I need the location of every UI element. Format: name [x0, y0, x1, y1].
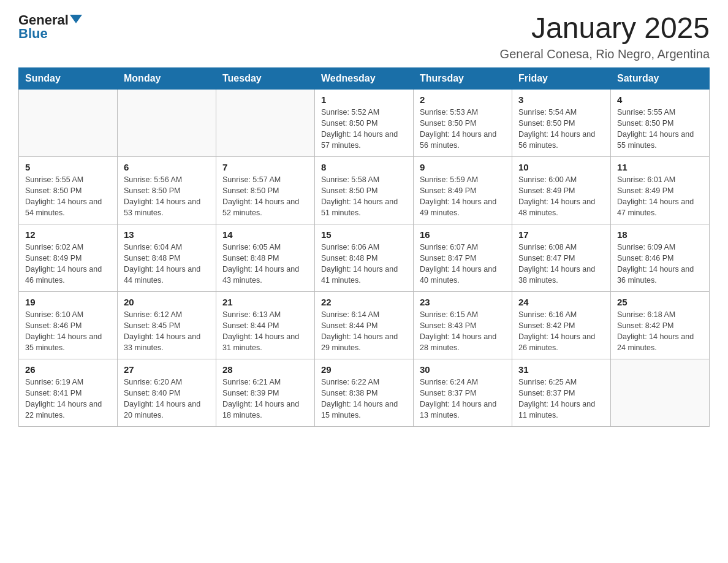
- day-number: 8: [321, 162, 407, 172]
- day-number: 10: [518, 162, 604, 172]
- day-number: 23: [420, 297, 506, 307]
- calendar-week-2: 5Sunrise: 5:55 AMSunset: 8:50 PMDaylight…: [19, 156, 710, 224]
- day-number: 28: [222, 364, 308, 375]
- calendar-cell: 4Sunrise: 5:55 AMSunset: 8:50 PMDaylight…: [611, 89, 710, 156]
- day-number: 3: [518, 94, 604, 105]
- day-number: 13: [124, 229, 210, 240]
- calendar-cell: 16Sunrise: 6:07 AMSunset: 8:47 PMDayligh…: [414, 224, 512, 291]
- day-info: Sunrise: 5:52 AMSunset: 8:50 PMDaylight:…: [321, 107, 407, 151]
- calendar-cell: 23Sunrise: 6:15 AMSunset: 8:43 PMDayligh…: [414, 291, 512, 359]
- day-number: 29: [321, 364, 407, 375]
- day-number: 6: [124, 162, 210, 172]
- calendar-week-5: 26Sunrise: 6:19 AMSunset: 8:41 PMDayligh…: [19, 359, 710, 426]
- day-number: 9: [420, 162, 506, 172]
- day-number: 22: [321, 297, 407, 307]
- day-number: 4: [617, 94, 703, 105]
- day-number: 25: [617, 297, 703, 307]
- calendar-header-tuesday: Tuesday: [216, 67, 315, 89]
- day-number: 30: [420, 364, 506, 375]
- calendar-table: SundayMondayTuesdayWednesdayThursdayFrid…: [18, 67, 710, 427]
- calendar-header-saturday: Saturday: [611, 67, 710, 89]
- day-info: Sunrise: 5:56 AMSunset: 8:50 PMDaylight:…: [124, 174, 210, 219]
- calendar-header-row: SundayMondayTuesdayWednesdayThursdayFrid…: [19, 67, 710, 89]
- day-number: 15: [321, 229, 407, 240]
- calendar-cell: 13Sunrise: 6:04 AMSunset: 8:48 PMDayligh…: [118, 224, 216, 291]
- day-number: 18: [617, 229, 703, 240]
- calendar-cell: 30Sunrise: 6:24 AMSunset: 8:37 PMDayligh…: [414, 359, 512, 426]
- day-number: 31: [518, 364, 604, 375]
- day-info: Sunrise: 5:59 AMSunset: 8:49 PMDaylight:…: [420, 174, 506, 219]
- calendar-header-sunday: Sunday: [19, 67, 118, 89]
- day-number: 11: [617, 162, 703, 172]
- day-info: Sunrise: 6:25 AMSunset: 8:37 PMDaylight:…: [518, 377, 604, 421]
- day-info: Sunrise: 5:55 AMSunset: 8:50 PMDaylight:…: [617, 107, 703, 151]
- calendar-header-thursday: Thursday: [414, 67, 512, 89]
- day-info: Sunrise: 6:24 AMSunset: 8:37 PMDaylight:…: [420, 377, 506, 421]
- day-info: Sunrise: 5:54 AMSunset: 8:50 PMDaylight:…: [518, 107, 604, 151]
- day-info: Sunrise: 6:19 AMSunset: 8:41 PMDaylight:…: [25, 377, 111, 421]
- calendar-cell: 24Sunrise: 6:16 AMSunset: 8:42 PMDayligh…: [512, 291, 611, 359]
- calendar-cell: 11Sunrise: 6:01 AMSunset: 8:49 PMDayligh…: [611, 156, 710, 224]
- calendar-cell: 17Sunrise: 6:08 AMSunset: 8:47 PMDayligh…: [512, 224, 611, 291]
- calendar-cell: 20Sunrise: 6:12 AMSunset: 8:45 PMDayligh…: [118, 291, 216, 359]
- day-info: Sunrise: 6:13 AMSunset: 8:44 PMDaylight:…: [222, 309, 308, 354]
- day-info: Sunrise: 6:16 AMSunset: 8:42 PMDaylight:…: [518, 309, 604, 354]
- calendar-cell: 31Sunrise: 6:25 AMSunset: 8:37 PMDayligh…: [512, 359, 611, 426]
- day-info: Sunrise: 5:57 AMSunset: 8:50 PMDaylight:…: [222, 174, 308, 219]
- day-info: Sunrise: 5:58 AMSunset: 8:50 PMDaylight:…: [321, 174, 407, 219]
- calendar-cell: 12Sunrise: 6:02 AMSunset: 8:49 PMDayligh…: [19, 224, 118, 291]
- page-title: January 2025: [500, 12, 710, 45]
- calendar-week-3: 12Sunrise: 6:02 AMSunset: 8:49 PMDayligh…: [19, 224, 710, 291]
- day-info: Sunrise: 6:18 AMSunset: 8:42 PMDaylight:…: [617, 309, 703, 354]
- calendar-cell: [611, 359, 710, 426]
- calendar-cell: 25Sunrise: 6:18 AMSunset: 8:42 PMDayligh…: [611, 291, 710, 359]
- calendar-cell: [216, 89, 315, 156]
- day-info: Sunrise: 6:15 AMSunset: 8:43 PMDaylight:…: [420, 309, 506, 354]
- day-info: Sunrise: 6:02 AMSunset: 8:49 PMDaylight:…: [25, 242, 111, 286]
- calendar-cell: 27Sunrise: 6:20 AMSunset: 8:40 PMDayligh…: [118, 359, 216, 426]
- day-info: Sunrise: 6:14 AMSunset: 8:44 PMDaylight:…: [321, 309, 407, 354]
- calendar-cell: 14Sunrise: 6:05 AMSunset: 8:48 PMDayligh…: [216, 224, 315, 291]
- logo-blue-text: Blue: [18, 26, 48, 42]
- day-number: 19: [25, 297, 111, 307]
- day-info: Sunrise: 6:04 AMSunset: 8:48 PMDaylight:…: [124, 242, 210, 286]
- day-number: 14: [222, 229, 308, 240]
- day-info: Sunrise: 6:08 AMSunset: 8:47 PMDaylight:…: [518, 242, 604, 286]
- calendar-week-4: 19Sunrise: 6:10 AMSunset: 8:46 PMDayligh…: [19, 291, 710, 359]
- day-number: 12: [25, 229, 111, 240]
- calendar-cell: 6Sunrise: 5:56 AMSunset: 8:50 PMDaylight…: [118, 156, 216, 224]
- day-info: Sunrise: 6:21 AMSunset: 8:39 PMDaylight:…: [222, 377, 308, 421]
- day-info: Sunrise: 6:00 AMSunset: 8:49 PMDaylight:…: [518, 174, 604, 219]
- logo-triangle-icon: [70, 15, 82, 23]
- day-info: Sunrise: 6:01 AMSunset: 8:49 PMDaylight:…: [617, 174, 703, 219]
- day-number: 1: [321, 94, 407, 105]
- calendar-cell: [19, 89, 118, 156]
- calendar-cell: 7Sunrise: 5:57 AMSunset: 8:50 PMDaylight…: [216, 156, 315, 224]
- day-info: Sunrise: 6:05 AMSunset: 8:48 PMDaylight:…: [222, 242, 308, 286]
- calendar-cell: 29Sunrise: 6:22 AMSunset: 8:38 PMDayligh…: [315, 359, 414, 426]
- calendar-cell: 15Sunrise: 6:06 AMSunset: 8:48 PMDayligh…: [315, 224, 414, 291]
- calendar-week-1: 1Sunrise: 5:52 AMSunset: 8:50 PMDaylight…: [19, 89, 710, 156]
- day-number: 17: [518, 229, 604, 240]
- day-info: Sunrise: 5:53 AMSunset: 8:50 PMDaylight:…: [420, 107, 506, 151]
- day-info: Sunrise: 6:10 AMSunset: 8:46 PMDaylight:…: [25, 309, 111, 354]
- calendar-header-monday: Monday: [118, 67, 216, 89]
- calendar-cell: 22Sunrise: 6:14 AMSunset: 8:44 PMDayligh…: [315, 291, 414, 359]
- day-info: Sunrise: 6:12 AMSunset: 8:45 PMDaylight:…: [124, 309, 210, 354]
- day-number: 7: [222, 162, 308, 172]
- calendar-header-friday: Friday: [512, 67, 611, 89]
- day-info: Sunrise: 5:55 AMSunset: 8:50 PMDaylight:…: [25, 174, 111, 219]
- day-number: 27: [124, 364, 210, 375]
- day-number: 21: [222, 297, 308, 307]
- calendar-cell: 3Sunrise: 5:54 AMSunset: 8:50 PMDaylight…: [512, 89, 611, 156]
- calendar-cell: 8Sunrise: 5:58 AMSunset: 8:50 PMDaylight…: [315, 156, 414, 224]
- calendar-cell: 28Sunrise: 6:21 AMSunset: 8:39 PMDayligh…: [216, 359, 315, 426]
- day-info: Sunrise: 6:09 AMSunset: 8:46 PMDaylight:…: [617, 242, 703, 286]
- calendar-cell: 9Sunrise: 5:59 AMSunset: 8:49 PMDaylight…: [414, 156, 512, 224]
- calendar-cell: 18Sunrise: 6:09 AMSunset: 8:46 PMDayligh…: [611, 224, 710, 291]
- day-info: Sunrise: 6:20 AMSunset: 8:40 PMDaylight:…: [124, 377, 210, 421]
- day-number: 26: [25, 364, 111, 375]
- day-number: 24: [518, 297, 604, 307]
- calendar-cell: 1Sunrise: 5:52 AMSunset: 8:50 PMDaylight…: [315, 89, 414, 156]
- logo: General Blue: [18, 12, 82, 42]
